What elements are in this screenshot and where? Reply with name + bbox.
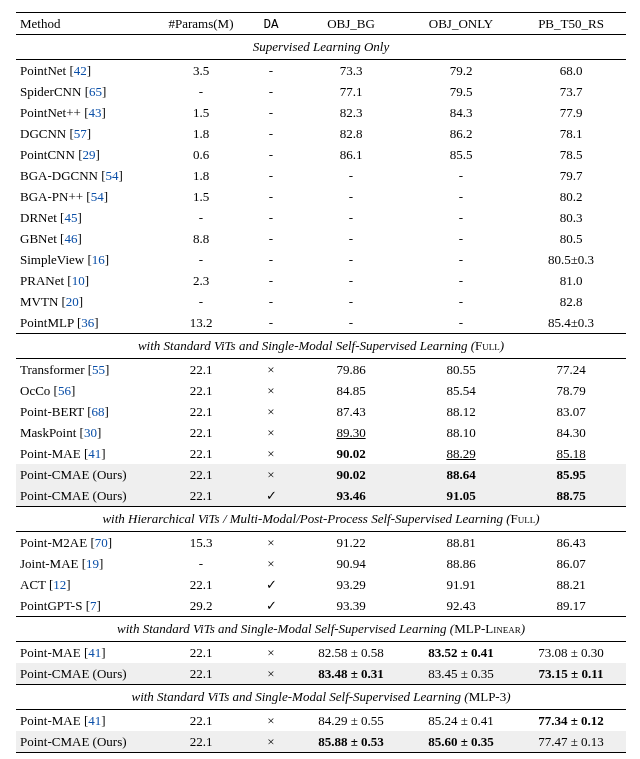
col-params: #Params(M)	[156, 13, 246, 35]
citation-link[interactable]: 65	[89, 84, 102, 99]
col-da: DA	[246, 13, 296, 35]
table-row: PointGPT-S [7]29.2✓93.3992.4389.17	[16, 595, 626, 617]
citation-link[interactable]: 57	[74, 126, 87, 141]
col-objonly: OBJ_ONLY	[406, 13, 516, 35]
table-row: DGCNN [57]1.8-82.886.278.1	[16, 123, 626, 144]
section-header: Supervised Learning Only	[16, 35, 626, 60]
citation-link[interactable]: 12	[53, 577, 66, 592]
table-row: SimpleView [16]----80.5±0.3	[16, 249, 626, 270]
citation-link[interactable]: 55	[92, 362, 105, 377]
table-row: GBNet [46]8.8---80.5	[16, 228, 626, 249]
table-row: BGA-PN++ [54]1.5---80.2	[16, 186, 626, 207]
col-objbg: OBJ_BG	[296, 13, 406, 35]
section-header: with Standard ViTs and Single-Modal Self…	[16, 685, 626, 710]
section-header: with Hierarchical ViTs / Multi-Modal/Pos…	[16, 507, 626, 532]
table-row: SpiderCNN [65]--77.179.573.7	[16, 81, 626, 102]
table-row: Point-CMAE (Ours)22.1✓93.4691.0588.75	[16, 485, 626, 507]
citation-link[interactable]: 46	[64, 231, 77, 246]
table-row: PointNet++ [43]1.5-82.384.377.9	[16, 102, 626, 123]
table-row: Joint-MAE [19]-×90.9488.8686.07	[16, 553, 626, 574]
citation-link[interactable]: 36	[81, 315, 94, 330]
citation-link[interactable]: 42	[74, 63, 87, 78]
citation-link[interactable]: 41	[88, 446, 101, 461]
col-method: Method	[16, 13, 156, 35]
citation-link[interactable]: 70	[95, 535, 108, 550]
citation-link[interactable]: 54	[106, 168, 119, 183]
citation-link[interactable]: 7	[90, 598, 97, 613]
table-row: ACT [12]22.1✓93.2991.9188.21	[16, 574, 626, 595]
citation-link[interactable]: 16	[92, 252, 105, 267]
table-row: PointMLP [36]13.2---85.4±0.3	[16, 312, 626, 334]
citation-link[interactable]: 68	[92, 404, 105, 419]
table-row: OcCo [56]22.1×84.8585.5478.79	[16, 380, 626, 401]
table-row: Transformer [55]22.1×79.8680.5577.24	[16, 359, 626, 381]
citation-link[interactable]: 29	[82, 147, 95, 162]
table-row: Point-MAE [41]22.1×82.58 ± 0.5883.52 ± 0…	[16, 642, 626, 664]
table-row: MVTN [20]----82.8	[16, 291, 626, 312]
citation-link[interactable]: 30	[84, 425, 97, 440]
table-row: PointCNN [29]0.6-86.185.578.5	[16, 144, 626, 165]
citation-link[interactable]: 19	[86, 556, 99, 571]
table-row: Point-M2AE [70]15.3×91.2288.8186.43	[16, 532, 626, 554]
table-row: BGA-DGCNN [54]1.8---79.7	[16, 165, 626, 186]
citation-link[interactable]: 56	[58, 383, 71, 398]
citation-link[interactable]: 54	[91, 189, 104, 204]
table-row: Point-CMAE (Ours)22.1×83.48 ± 0.3183.45 …	[16, 663, 626, 685]
table-row: Point-MAE [41]22.1×90.0288.2985.18	[16, 443, 626, 464]
table-row: Point-BERT [68]22.1×87.4388.1283.07	[16, 401, 626, 422]
table-row: DRNet [45]----80.3	[16, 207, 626, 228]
citation-link[interactable]: 20	[66, 294, 79, 309]
citation-link[interactable]: 41	[88, 645, 101, 660]
table-row: PRANet [10]2.3---81.0	[16, 270, 626, 291]
section-header: with Standard ViTs and Single-Modal Self…	[16, 617, 626, 642]
col-pb: PB_T50_RS	[516, 13, 626, 35]
table-row: MaskPoint [30]22.1×89.3088.1084.30	[16, 422, 626, 443]
results-table: Method #Params(M) DA OBJ_BG OBJ_ONLY PB_…	[16, 12, 626, 753]
citation-link[interactable]: 10	[72, 273, 85, 288]
table-row: Point-MAE [41]22.1×84.29 ± 0.5585.24 ± 0…	[16, 710, 626, 732]
citation-link[interactable]: 43	[88, 105, 101, 120]
citation-link[interactable]: 41	[88, 713, 101, 728]
section-header: with Standard ViTs and Single-Modal Self…	[16, 334, 626, 359]
table-row: Point-CMAE (Ours)22.1×90.0288.6485.95	[16, 464, 626, 485]
table-row: PointNet [42]3.5-73.379.268.0	[16, 60, 626, 82]
citation-link[interactable]: 45	[64, 210, 77, 225]
table-row: Point-CMAE (Ours)22.1×85.88 ± 0.5385.60 …	[16, 731, 626, 752]
